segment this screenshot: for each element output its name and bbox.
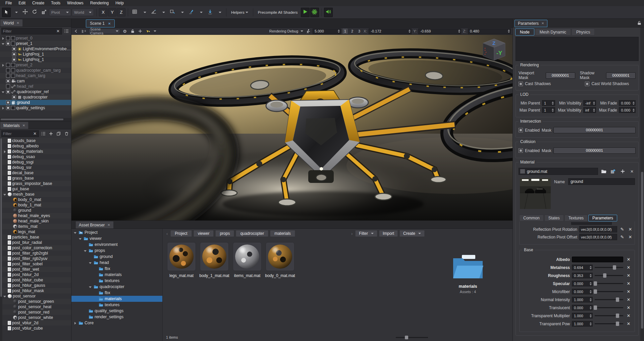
reset-icon[interactable]: ✕	[627, 234, 633, 240]
material-list-item[interactable]: head_male_eyes	[2, 213, 71, 218]
visibility-checkbox[interactable]	[6, 42, 10, 46]
scale-tool-button[interactable]	[40, 8, 48, 17]
asset-tree-row[interactable]: fbx	[71, 290, 162, 296]
sound-button[interactable]	[324, 8, 333, 17]
menu-item-rendering[interactable]: Rendering	[87, 0, 112, 6]
close-icon[interactable]: ✕	[22, 124, 25, 127]
expander-icon[interactable]	[3, 193, 7, 196]
material-list-item[interactable]: mesh_base	[2, 192, 71, 197]
tab-node[interactable]: Node	[515, 28, 534, 36]
expander-icon[interactable]	[1, 106, 5, 110]
material-list-item[interactable]: post_vblur_2d	[2, 320, 71, 326]
material-list-item[interactable]: post_blur_radial	[2, 240, 71, 245]
spinner-arrows[interactable]	[457, 29, 461, 33]
snap-grid-dropdown[interactable]	[140, 8, 149, 17]
navigation-cube[interactable]: Z -Y	[480, 37, 508, 64]
intersection-mask-field[interactable]: 00000001	[553, 127, 636, 133]
asset-card[interactable]: body_0_mat.mat	[265, 242, 295, 278]
tree-row[interactable]: quadrocopter_cam_targ	[0, 68, 71, 73]
param-value-field[interactable]: 0.353	[572, 273, 593, 278]
breadcrumb-materials[interactable]: materials	[270, 230, 295, 237]
materials-folder-card[interactable]: materials Assets : 4	[446, 254, 490, 294]
world-select[interactable]: World	[72, 9, 94, 16]
tree-row[interactable]: LightProj_1	[0, 57, 71, 62]
visibility-checkbox[interactable]	[6, 100, 10, 105]
snap-scale-dropdown[interactable]	[177, 8, 186, 17]
pivot-select[interactable]: Pivot	[49, 9, 71, 16]
tab-parameters[interactable]: Parameters✕	[515, 20, 547, 27]
gear-icon[interactable]: ⚙	[122, 28, 128, 34]
tree-row[interactable]: quality_settings	[0, 105, 71, 111]
tree-row[interactable]: quadrocopter	[0, 94, 71, 100]
asset-tree-row[interactable]: environment	[71, 242, 162, 248]
visibility-checkbox[interactable]	[12, 47, 16, 51]
snap-scale-button[interactable]	[168, 8, 177, 17]
close-icon[interactable]: ✕	[108, 22, 111, 25]
expander-icon[interactable]	[1, 42, 5, 46]
expander-icon[interactable]	[89, 285, 92, 289]
param-slider[interactable]	[595, 291, 623, 292]
import-button[interactable]: Import	[379, 230, 398, 237]
cast-shadows-checkbox[interactable]	[519, 82, 523, 86]
material-list-item[interactable]: head_male_skin	[2, 218, 71, 224]
tree-row[interactable]: preset_0	[0, 36, 71, 41]
asset-tree-row[interactable]: textures	[71, 302, 162, 308]
materials-scrollbar[interactable]	[0, 138, 2, 341]
slider-thumb[interactable]	[603, 273, 606, 278]
slider-thumb[interactable]	[616, 297, 619, 302]
intersection-enabled-checkbox[interactable]	[519, 128, 523, 132]
breadcrumb-props[interactable]: props	[215, 230, 234, 237]
reset-icon[interactable]: ✕	[625, 281, 632, 286]
browse-folder-icon[interactable]	[600, 168, 607, 175]
max-fade-field[interactable]: 0.000	[619, 107, 636, 113]
expander-icon[interactable]	[1, 37, 5, 40]
drop-to-ground-button[interactable]	[206, 8, 214, 17]
tab-materials[interactable]: Materials✕	[0, 122, 29, 129]
max-visibility-field[interactable]: inf	[583, 107, 596, 113]
spinner-arrows[interactable]	[589, 306, 592, 310]
visibility-checkbox[interactable]	[11, 68, 15, 72]
transform-icon[interactable]	[137, 28, 143, 34]
max-parent-field[interactable]: 1	[542, 107, 555, 113]
tab-world[interactable]: World✕	[0, 19, 23, 26]
param-slider[interactable]	[595, 267, 623, 268]
reset-icon[interactable]: ✕	[625, 305, 632, 310]
clear-icon[interactable]: ✕	[628, 168, 636, 175]
tab-mesh-dynamic[interactable]: Mesh Dynamic	[535, 28, 571, 36]
close-icon[interactable]: ✕	[16, 21, 19, 25]
tree-row[interactable]: quadrocopter_ref	[0, 89, 71, 94]
spinner-arrows[interactable]	[589, 282, 592, 286]
tab-physics[interactable]: Physics	[572, 28, 595, 36]
expander-icon[interactable]	[3, 294, 7, 298]
spinner-arrows[interactable]	[337, 29, 340, 33]
material-list-item[interactable]: post_filter_rgb2rgbl	[2, 251, 71, 256]
material-list-item[interactable]: post_sensor_green	[2, 299, 71, 304]
coord-z-field[interactable]: 0.480	[468, 28, 511, 34]
chevron-down-icon[interactable]	[154, 30, 156, 32]
reset-icon[interactable]: ✕	[627, 227, 633, 232]
min-visibility-field[interactable]: -inf	[583, 100, 596, 106]
tab-asset-browser[interactable]: Asset Browser✕	[75, 221, 114, 228]
visibility-checkbox[interactable]	[6, 84, 10, 88]
param-slider[interactable]	[595, 315, 623, 316]
asset-tree-row[interactable]: ground	[71, 254, 162, 260]
world-filter-input[interactable]	[3, 29, 56, 33]
snap-rotate-dropdown[interactable]	[159, 8, 167, 17]
asset-tree-row[interactable]: props	[71, 248, 162, 254]
slider-thumb[interactable]	[613, 265, 616, 270]
asset-tree-row[interactable]: head	[71, 260, 162, 266]
asset-tree-row[interactable]: quality_settings	[71, 308, 162, 314]
edit-resource-icon[interactable]	[609, 168, 617, 175]
viewport-mask-field[interactable]: 00000001	[546, 72, 575, 79]
reset-icon[interactable]: ✕	[625, 297, 632, 302]
lock-icon[interactable]	[129, 28, 136, 34]
rotate-tool-button[interactable]	[30, 8, 39, 17]
snap-normal-button[interactable]	[187, 8, 196, 17]
breadcrumb-Project[interactable]: Project	[170, 230, 192, 237]
material-list-item[interactable]: debug_ssr	[2, 165, 71, 170]
material-name-input[interactable]: ground	[568, 178, 635, 185]
rendering-debug-button[interactable]: Rendering Debug	[269, 29, 303, 33]
back-icon[interactable]: ‹	[165, 231, 169, 236]
close-icon[interactable]: ✕	[541, 22, 544, 25]
material-list-item[interactable]: post_hblur_gauss	[2, 283, 71, 288]
